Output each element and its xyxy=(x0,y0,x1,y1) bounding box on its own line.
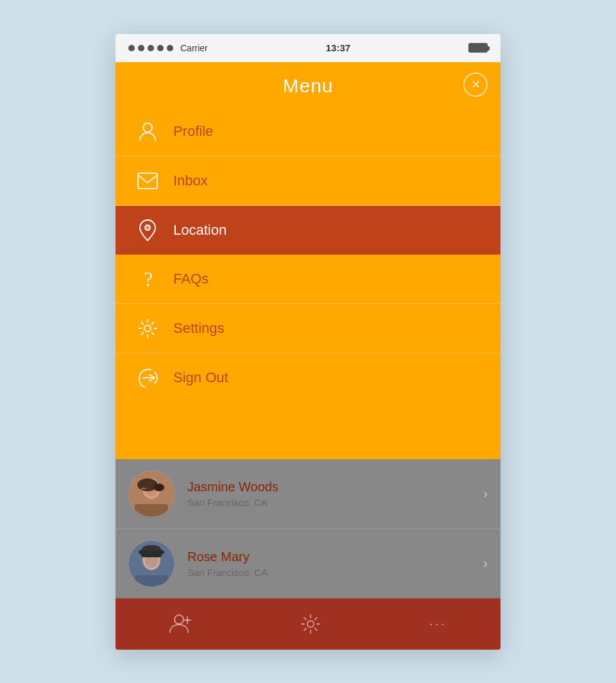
status-bar-left: Carrier xyxy=(128,43,208,53)
signout-label: Sign Out xyxy=(173,369,228,386)
svg-text:?: ? xyxy=(144,268,153,290)
rose-location: San Francisco, CA xyxy=(187,567,477,578)
menu-title: Menu xyxy=(282,75,333,96)
phone-frame: Carrier 13:37 Menu ✕ xyxy=(116,34,501,650)
status-bar-right xyxy=(468,43,488,53)
tab-settings[interactable] xyxy=(287,607,334,641)
location-label: Location xyxy=(173,222,227,239)
signout-icon xyxy=(135,365,160,391)
user-info-rose: Rose Mary San Francisco, CA xyxy=(187,550,477,578)
avatar-jasmine xyxy=(128,471,175,517)
user-list: Jasmine Woods San Francisco, CA › xyxy=(116,459,501,598)
signal-dot-5 xyxy=(167,45,173,51)
user-item-jasmine[interactable]: Jasmine Woods San Francisco, CA › xyxy=(116,459,501,529)
rose-name: Rose Mary xyxy=(187,550,477,564)
settings-label: Settings xyxy=(173,320,225,337)
svg-rect-9 xyxy=(135,504,168,517)
inbox-label: Inbox xyxy=(173,173,208,189)
menu-item-profile[interactable]: Profile xyxy=(116,107,501,156)
signal-dot-4 xyxy=(157,45,164,51)
jasmine-name: Jasmine Woods xyxy=(187,480,477,494)
signal-dot-1 xyxy=(128,45,135,51)
faqs-label: FAQs xyxy=(173,271,209,287)
menu-item-signout[interactable]: Sign Out xyxy=(116,353,501,402)
more-dots-icon: ··· xyxy=(429,616,447,632)
menu-item-inbox[interactable]: Inbox xyxy=(116,156,501,206)
profile-label: Profile xyxy=(173,123,213,140)
signal-dot-2 xyxy=(138,45,144,51)
svg-point-11 xyxy=(154,484,164,491)
tab-more[interactable]: ··· xyxy=(416,609,459,639)
avatar-rose xyxy=(128,541,175,587)
signal-dot-3 xyxy=(148,45,154,51)
menu-area: Menu ✕ Profile xyxy=(116,62,501,459)
svg-point-18 xyxy=(142,545,160,552)
user-item-rose[interactable]: Rose Mary San Francisco, CA › xyxy=(116,529,501,598)
location-icon xyxy=(135,217,160,243)
svg-point-22 xyxy=(307,621,314,627)
svg-rect-1 xyxy=(138,173,157,189)
tab-add-person[interactable] xyxy=(157,607,205,641)
chevron-right-rose: › xyxy=(483,556,488,571)
battery-icon xyxy=(468,43,488,53)
menu-item-location[interactable]: Location xyxy=(116,206,501,255)
svg-rect-15 xyxy=(135,575,168,587)
menu-item-settings[interactable]: Settings xyxy=(116,304,501,353)
svg-point-2 xyxy=(145,225,150,230)
faqs-icon: ? xyxy=(135,266,160,292)
close-button[interactable]: ✕ xyxy=(463,72,488,97)
close-icon: ✕ xyxy=(471,78,481,92)
svg-point-4 xyxy=(144,325,151,332)
menu-item-faqs[interactable]: ? FAQs xyxy=(116,255,501,304)
status-bar-time: 13:37 xyxy=(326,42,350,53)
profile-icon xyxy=(135,119,160,144)
carrier-label: Carrier xyxy=(180,43,208,53)
chevron-right-jasmine: › xyxy=(483,486,488,501)
jasmine-location: San Francisco, CA xyxy=(187,497,477,508)
menu-items: Profile Inbox xyxy=(116,107,501,459)
menu-header: Menu ✕ xyxy=(116,62,501,107)
tab-bar: ··· xyxy=(116,598,501,650)
svg-point-0 xyxy=(143,123,152,132)
inbox-icon xyxy=(135,168,160,194)
settings-icon xyxy=(135,316,160,341)
status-bar: Carrier 13:37 xyxy=(116,34,501,62)
user-info-jasmine: Jasmine Woods San Francisco, CA xyxy=(187,480,477,508)
svg-point-19 xyxy=(175,615,184,624)
